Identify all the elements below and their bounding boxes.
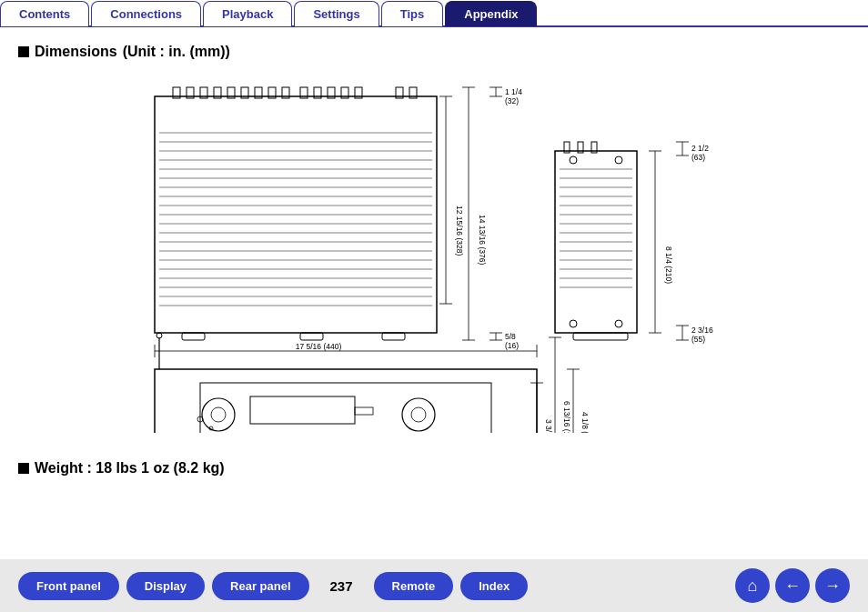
svg-text:1 1/4: 1 1/4 <box>505 87 522 96</box>
page-number: 237 <box>317 578 367 594</box>
weight-label: Weight : 18 lbs 1 oz (8.2 kg) <box>35 460 225 477</box>
svg-text:12 15/16 (328): 12 15/16 (328) <box>455 206 464 256</box>
index-button[interactable]: Index <box>460 572 528 600</box>
weight-section: Weight : 18 lbs 1 oz (8.2 kg) <box>18 460 850 477</box>
prev-page-button[interactable]: ← <box>775 568 810 603</box>
svg-text:2 3/16: 2 3/16 <box>691 326 713 335</box>
bottom-nav-right: ⌂ ← → <box>735 568 850 603</box>
svg-rect-99 <box>250 396 355 424</box>
arrow-left-icon: ← <box>784 577 801 596</box>
section-bullet-icon <box>18 46 29 57</box>
display-button[interactable]: Display <box>126 572 205 600</box>
remote-button[interactable]: Remote <box>374 572 454 600</box>
svg-text:(32): (32) <box>505 96 519 105</box>
svg-point-73 <box>570 156 577 164</box>
home-button[interactable]: ⌂ <box>735 568 770 603</box>
tab-connections[interactable]: Connections <box>91 1 201 26</box>
svg-text:3 3/16 (81): 3 3/16 (81) <box>544 419 553 433</box>
svg-point-100 <box>402 398 435 431</box>
tab-appendix[interactable]: Appendix <box>445 1 537 26</box>
svg-point-98 <box>211 407 226 422</box>
tab-contents[interactable]: Contents <box>0 1 89 26</box>
svg-text:17 5/16 (440): 17 5/16 (440) <box>296 342 342 351</box>
svg-text:(16): (16) <box>505 341 519 350</box>
dimensions-title-normal: (Unit : in. (mm)) <box>123 44 230 60</box>
dimensions-section-title: Dimensions (Unit : in. (mm)) <box>18 44 850 60</box>
main-content: Dimensions (Unit : in. (mm)) <box>0 36 868 497</box>
svg-text:(55): (55) <box>691 335 705 344</box>
tab-playback[interactable]: Playback <box>203 1 292 26</box>
svg-text:8 1/4 (210): 8 1/4 (210) <box>664 246 673 284</box>
tab-tips[interactable]: Tips <box>381 1 444 26</box>
svg-point-101 <box>411 407 426 422</box>
svg-point-76 <box>615 320 622 327</box>
dimensions-diagram-area: 12 15/16 (328) 14 13/16 (376) 1 1/4 (32)… <box>18 69 850 451</box>
svg-rect-96 <box>200 383 491 433</box>
dimensions-title-bold: Dimensions <box>35 44 117 60</box>
svg-rect-37 <box>182 333 205 340</box>
bottom-nav-left: Front panel Display Rear panel 237 Remot… <box>18 572 528 600</box>
arrow-right-icon: → <box>824 577 841 596</box>
svg-text:14 13/16 (376): 14 13/16 (376) <box>478 215 487 265</box>
svg-point-75 <box>570 320 577 327</box>
weight-bullet-icon <box>18 463 29 474</box>
svg-rect-104 <box>355 407 373 415</box>
navigation-tabs: Contents Connections Playback Settings T… <box>0 0 868 27</box>
svg-rect-80 <box>573 333 628 340</box>
svg-text:5/8: 5/8 <box>505 332 516 341</box>
svg-text:(63): (63) <box>691 153 705 162</box>
rear-panel-button[interactable]: Rear panel <box>212 572 308 600</box>
svg-point-74 <box>615 156 622 164</box>
dimensions-svg: 12 15/16 (328) 14 13/16 (376) 1 1/4 (32)… <box>18 69 864 433</box>
svg-rect-39 <box>382 333 405 340</box>
tab-settings[interactable]: Settings <box>294 1 378 26</box>
svg-text:6 13/16 (173): 6 13/16 (173) <box>562 401 571 433</box>
svg-rect-38 <box>300 333 323 340</box>
svg-point-97 <box>202 398 235 431</box>
bottom-navigation: Front panel Display Rear panel 237 Remot… <box>0 559 868 612</box>
front-panel-button[interactable]: Front panel <box>18 572 119 600</box>
svg-text:2 1/2: 2 1/2 <box>691 144 709 153</box>
svg-text:4 1/8 (105): 4 1/8 (105) <box>580 412 590 433</box>
next-page-button[interactable]: → <box>815 568 850 603</box>
home-icon: ⌂ <box>748 577 758 596</box>
